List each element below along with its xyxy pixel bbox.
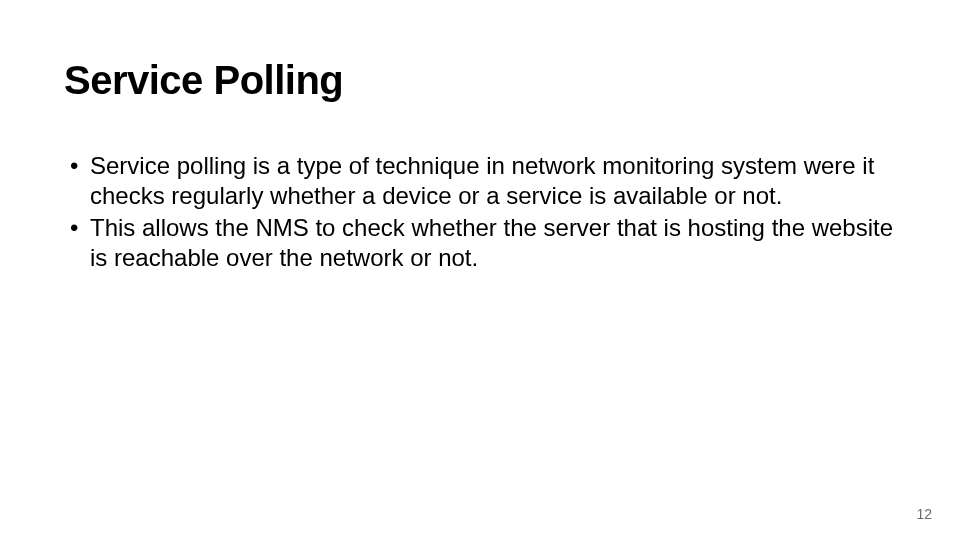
slide-container: Service Polling Service polling is a typ…	[0, 0, 960, 540]
slide-title: Service Polling	[64, 58, 896, 103]
page-number: 12	[916, 506, 932, 522]
bullet-item: Service polling is a type of technique i…	[64, 151, 896, 211]
bullet-list: Service polling is a type of technique i…	[64, 151, 896, 273]
bullet-item: This allows the NMS to check whether the…	[64, 213, 896, 273]
